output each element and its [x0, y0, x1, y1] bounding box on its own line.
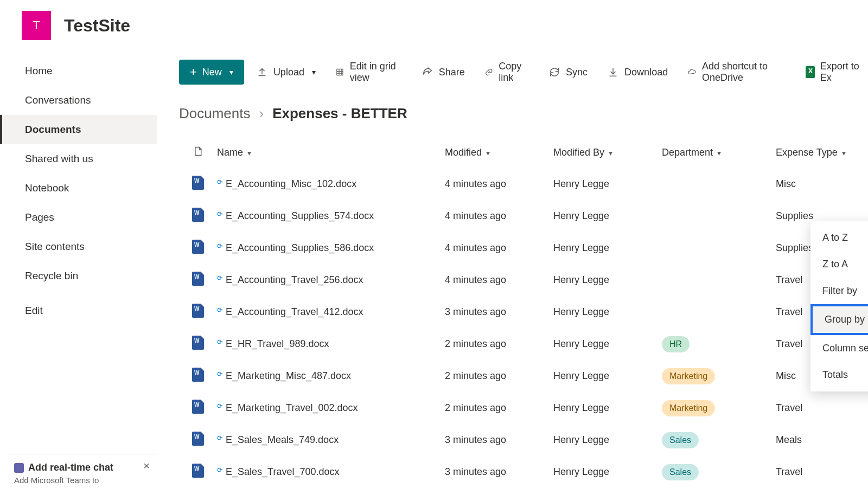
- export-excel-button[interactable]: Export to Ex: [798, 55, 868, 89]
- table-row[interactable]: ⟳E_Accounting_Misc_102.docx4 minutes ago…: [179, 168, 868, 200]
- file-type-cell: [179, 400, 217, 416]
- file-name-cell[interactable]: ⟳E_Accounting_Travel_256.docx: [217, 274, 445, 286]
- file-name-cell[interactable]: ⟳E_Sales_Meals_749.docx: [217, 434, 445, 446]
- menu-item-group-by-department[interactable]: Group by Department: [810, 304, 868, 335]
- column-header-type[interactable]: [179, 145, 217, 160]
- column-context-menu: A to ZZ to AFilter byGroup by Department…: [810, 221, 868, 391]
- chevron-down-icon: ▾: [229, 68, 233, 76]
- modified-by-cell: Henry Legge: [553, 370, 662, 382]
- modified-cell: 2 minutes ago: [445, 338, 553, 350]
- chat-banner-subtitle: Add Microsoft Teams to: [14, 476, 149, 485]
- menu-item-z-to-a[interactable]: Z to A: [810, 251, 868, 278]
- file-type-cell: [179, 464, 217, 480]
- file-name-cell[interactable]: ⟳E_Marketing_Misc_487.docx: [217, 370, 445, 382]
- sidebar-item-pages[interactable]: Pages: [0, 203, 157, 232]
- expense-type-cell: Meals: [776, 434, 863, 446]
- expense-type-cell: Travel: [776, 402, 863, 414]
- modified-by-cell: Henry Legge: [553, 434, 662, 446]
- chevron-down-icon: ▾: [486, 149, 490, 157]
- export-label: Export to Ex: [820, 61, 860, 84]
- column-header-modified-by[interactable]: Modified By▾: [553, 147, 662, 158]
- table-row[interactable]: ⟳E_HR_Travel_989.docx2 minutes agoHenry …: [179, 328, 868, 360]
- sidebar-item-shared-with-us[interactable]: Shared with us: [0, 144, 157, 174]
- word-doc-icon: [192, 272, 204, 286]
- modified-cell: 4 minutes ago: [445, 178, 553, 190]
- file-name-cell[interactable]: ⟳E_HR_Travel_989.docx: [217, 338, 445, 350]
- sidebar-item-conversations[interactable]: Conversations: [0, 86, 157, 115]
- menu-item-column-settings[interactable]: Column settings›: [810, 335, 868, 362]
- file-name-cell[interactable]: ⟳E_Accounting_Misc_102.docx: [217, 178, 445, 190]
- chevron-down-icon: ▾: [247, 149, 251, 157]
- file-type-cell: [179, 208, 217, 224]
- file-type-cell: [179, 432, 217, 448]
- chevron-down-icon: ▾: [312, 68, 316, 76]
- table-row[interactable]: ⟳E_Accounting_Travel_256.docx4 minutes a…: [179, 264, 868, 296]
- modified-cell: 4 minutes ago: [445, 274, 553, 286]
- file-name-cell[interactable]: ⟳E_Sales_Travel_700.docx: [217, 466, 445, 478]
- sync-pending-icon: ⟳: [217, 242, 222, 250]
- modified-cell: 3 minutes ago: [445, 306, 553, 318]
- edit-grid-button[interactable]: Edit in grid view: [328, 55, 410, 89]
- file-type-cell: [179, 240, 217, 256]
- table-row[interactable]: ⟳E_Accounting_Travel_412.docx3 minutes a…: [179, 296, 868, 328]
- sync-label: Sync: [566, 67, 588, 78]
- modified-cell: 4 minutes ago: [445, 210, 553, 222]
- word-doc-icon: [192, 240, 204, 254]
- close-icon[interactable]: ×: [143, 460, 150, 472]
- menu-item-a-to-z[interactable]: A to Z: [810, 224, 868, 251]
- modified-cell: 2 minutes ago: [445, 402, 553, 414]
- add-shortcut-button[interactable]: Add shortcut to OneDrive: [680, 55, 794, 89]
- chevron-down-icon: ▾: [609, 149, 612, 157]
- menu-item-totals[interactable]: Totals›: [810, 362, 868, 388]
- sidebar-item-recycle-bin[interactable]: Recycle bin: [0, 261, 157, 291]
- sync-pending-icon: ⟳: [217, 274, 222, 282]
- breadcrumb-current: Expenses - BETTER: [272, 105, 407, 122]
- new-button[interactable]: + New ▾: [179, 60, 244, 85]
- department-cell: Sales: [662, 464, 776, 480]
- sync-icon: [548, 66, 560, 78]
- modified-by-cell: Henry Legge: [553, 242, 662, 254]
- sidebar-item-documents[interactable]: Documents: [0, 115, 157, 144]
- file-type-cell: [179, 176, 217, 192]
- document-table: Name▾ Modified▾ Modified By▾ Department▾…: [179, 137, 868, 488]
- sidebar-item-site-contents[interactable]: Site contents: [0, 232, 157, 261]
- department-pill: HR: [662, 336, 690, 352]
- file-name-cell[interactable]: ⟳E_Marketing_Travel_002.docx: [217, 402, 445, 414]
- column-header-modified[interactable]: Modified▾: [445, 147, 553, 158]
- file-name-cell[interactable]: ⟳E_Accounting_Supplies_586.docx: [217, 242, 445, 254]
- download-icon: [607, 66, 619, 78]
- table-row[interactable]: ⟳E_Sales_Meals_749.docx3 minutes agoHenr…: [179, 424, 868, 456]
- site-logo[interactable]: T: [22, 11, 51, 40]
- table-row[interactable]: ⟳E_Sales_Travel_700.docx3 minutes agoHen…: [179, 456, 868, 488]
- download-button[interactable]: Download: [599, 61, 675, 84]
- sidebar-edit-link[interactable]: Edit: [0, 296, 157, 325]
- table-row[interactable]: ⟳E_Marketing_Travel_002.docx2 minutes ag…: [179, 392, 868, 424]
- upload-button[interactable]: Upload ▾: [248, 61, 323, 84]
- department-cell: HR: [662, 336, 776, 352]
- sidebar-item-home[interactable]: Home: [0, 56, 157, 86]
- sync-pending-icon: ⟳: [217, 402, 222, 410]
- expense-type-cell: Travel: [776, 466, 863, 478]
- table-row[interactable]: ⟳E_Accounting_Supplies_586.docx4 minutes…: [179, 232, 868, 264]
- menu-item-filter-by[interactable]: Filter by: [810, 278, 868, 304]
- command-bar: + New ▾ Upload ▾ Edit in grid view Share…: [179, 51, 868, 100]
- column-header-department[interactable]: Department▾: [662, 147, 776, 158]
- file-name-cell[interactable]: ⟳E_Accounting_Supplies_574.docx: [217, 210, 445, 222]
- main-content: + New ▾ Upload ▾ Edit in grid view Share…: [157, 51, 868, 488]
- column-header-name[interactable]: Name▾: [217, 147, 445, 158]
- file-name-cell[interactable]: ⟳E_Accounting_Travel_412.docx: [217, 306, 445, 318]
- table-row[interactable]: ⟳E_Marketing_Misc_487.docx2 minutes agoH…: [179, 360, 868, 392]
- add-shortcut-label: Add shortcut to OneDrive: [702, 61, 786, 84]
- table-row[interactable]: ⟳E_Accounting_Supplies_574.docx4 minutes…: [179, 200, 868, 232]
- department-pill: Sales: [662, 432, 699, 448]
- share-button[interactable]: Share: [414, 61, 473, 84]
- column-header-expense-type[interactable]: Expense Type▾: [776, 147, 863, 158]
- table-header-row: Name▾ Modified▾ Modified By▾ Department▾…: [179, 137, 868, 168]
- modified-by-cell: Henry Legge: [553, 178, 662, 190]
- sync-button[interactable]: Sync: [541, 61, 595, 84]
- onedrive-icon: [687, 66, 697, 78]
- chat-banner-title[interactable]: Add real-time chat: [14, 462, 149, 473]
- copy-link-button[interactable]: Copy link: [477, 55, 537, 89]
- breadcrumb-root[interactable]: Documents: [179, 105, 251, 122]
- sidebar-item-notebook[interactable]: Notebook: [0, 174, 157, 203]
